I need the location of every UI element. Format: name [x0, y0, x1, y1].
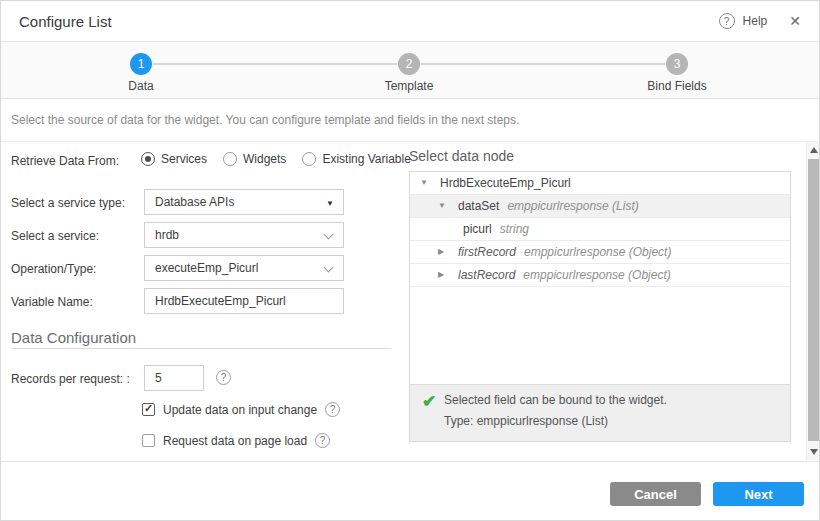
- tree-row-firstrecord[interactable]: ▶ firstRecord emppicurlresponse (Object): [410, 241, 790, 264]
- tree-node-type: string: [500, 218, 529, 240]
- scroll-down-icon[interactable]: [810, 449, 818, 455]
- select-data-node-title: Select data node: [409, 148, 514, 164]
- binding-message-panel: ✔ Selected field can be bound to the wid…: [410, 384, 790, 441]
- step-1-label: Data: [81, 79, 201, 93]
- tree-expand-icon[interactable]: ▼: [420, 172, 440, 194]
- tree-row-picurl[interactable]: picurl string: [410, 218, 790, 241]
- update-on-input-hint-icon[interactable]: ?: [325, 402, 340, 417]
- variable-name-label: Variable Name:: [11, 295, 93, 309]
- tree-row-root[interactable]: ▼ HrdbExecuteEmp_Picurl: [410, 172, 790, 195]
- step-2-label: Template: [349, 79, 469, 93]
- radio-widgets-control[interactable]: [223, 152, 237, 166]
- section-divider: [11, 348, 391, 349]
- service-value: hrdb: [155, 228, 179, 242]
- next-button[interactable]: Next: [713, 482, 804, 506]
- records-hint-icon[interactable]: ?: [216, 370, 231, 385]
- data-node-tree: ▼ HrdbExecuteEmp_Picurl ▼ dataSet emppic…: [409, 171, 791, 442]
- records-per-request-input[interactable]: [144, 365, 204, 391]
- variable-name-input[interactable]: [144, 288, 344, 314]
- step-3-label: Bind Fields: [617, 79, 737, 93]
- tree-expand-icon[interactable]: ▼: [438, 195, 458, 217]
- step-1-circle[interactable]: 1: [130, 53, 152, 75]
- radio-widgets[interactable]: Widgets: [223, 152, 286, 166]
- tree-row-dataset[interactable]: ▼ dataSet emppicurlresponse (List): [410, 195, 790, 218]
- step-connector-2: [421, 63, 665, 65]
- tree-node-name: HrdbExecuteEmp_Picurl: [440, 172, 571, 194]
- retrieve-data-from-radio-group: Services Widgets Existing Variable: [141, 152, 411, 166]
- tree-row-lastrecord[interactable]: ▶ lastRecord emppicurlresponse (Object): [410, 264, 790, 287]
- close-icon[interactable]: ✕: [789, 13, 801, 29]
- request-on-load-hint-icon[interactable]: ?: [315, 433, 330, 448]
- wizard-steps: 1 2 3 Data Template Bind Fields: [1, 42, 819, 99]
- vertical-scrollbar[interactable]: [806, 142, 820, 460]
- update-on-input-row: Update data on input change ?: [142, 402, 340, 417]
- binding-message-line2: Type: emppicurlresponse (List): [444, 414, 608, 428]
- cancel-button[interactable]: Cancel: [610, 482, 701, 506]
- service-type-select[interactable]: Database APIs ▼: [144, 189, 344, 215]
- step-connector-1: [153, 63, 397, 65]
- footer-divider: [1, 461, 819, 462]
- radio-services[interactable]: Services: [141, 152, 207, 166]
- operation-type-label: Operation/Type:: [11, 262, 96, 276]
- update-on-input-checkbox[interactable]: [142, 403, 155, 416]
- success-check-icon: ✔: [422, 391, 436, 412]
- request-on-load-label: Request data on page load: [163, 434, 307, 448]
- configure-list-dialog: Configure List ? Help ✕ 1 2 3 Data Templ…: [0, 0, 820, 521]
- data-configuration-title: Data Configuration: [11, 329, 136, 346]
- tree-collapse-icon[interactable]: ▶: [438, 264, 458, 286]
- request-on-load-checkbox[interactable]: [142, 434, 155, 447]
- tree-node-name: firstRecord: [458, 241, 516, 263]
- radio-services-control[interactable]: [141, 152, 155, 166]
- tree-empty-area: [410, 287, 790, 384]
- radio-services-label: Services: [161, 152, 207, 166]
- radio-existing-variable-control[interactable]: [302, 152, 316, 166]
- service-type-value: Database APIs: [155, 195, 234, 209]
- radio-existing-variable-label: Existing Variable: [322, 152, 411, 166]
- service-type-label: Select a service type:: [11, 196, 125, 210]
- caret-down-icon: ▼: [326, 199, 334, 208]
- dialog-title: Configure List: [19, 13, 112, 30]
- help-icon[interactable]: ?: [719, 13, 735, 29]
- header-actions: ? Help ✕: [719, 13, 801, 29]
- request-on-load-row: Request data on page load ?: [142, 433, 330, 448]
- dialog-header: Configure List ? Help ✕: [1, 1, 819, 42]
- radio-widgets-label: Widgets: [243, 152, 286, 166]
- scrollbar-thumb[interactable]: [808, 159, 819, 441]
- update-on-input-label: Update data on input change: [163, 403, 317, 417]
- retrieve-data-from-label: Retrieve Data From:: [11, 154, 119, 168]
- tree-node-type: emppicurlresponse (List): [507, 195, 638, 217]
- step-description: Select the source of data for the widget…: [1, 99, 819, 142]
- scroll-up-icon[interactable]: [810, 147, 818, 153]
- binding-message-line1: Selected field can be bound to the widge…: [444, 393, 667, 407]
- help-link[interactable]: Help: [743, 14, 768, 28]
- step-2-circle[interactable]: 2: [398, 53, 420, 75]
- service-select[interactable]: hrdb: [144, 222, 344, 248]
- tree-node-name: dataSet: [458, 195, 499, 217]
- chevron-down-icon: [324, 230, 334, 240]
- step-3-circle[interactable]: 3: [666, 53, 688, 75]
- records-per-request-label: Records per request: :: [11, 372, 130, 386]
- tree-node-type: emppicurlresponse (Object): [524, 241, 671, 263]
- chevron-down-icon: [324, 263, 334, 273]
- tree-node-name: picurl: [463, 218, 492, 240]
- tree-node-type: emppicurlresponse (Object): [523, 264, 670, 286]
- operation-type-value: executeEmp_Picurl: [155, 261, 258, 275]
- tree-collapse-icon[interactable]: ▶: [438, 241, 458, 263]
- service-label: Select a service:: [11, 229, 99, 243]
- tree-node-name: lastRecord: [458, 264, 515, 286]
- radio-existing-variable[interactable]: Existing Variable: [302, 152, 411, 166]
- operation-type-select[interactable]: executeEmp_Picurl: [144, 255, 344, 281]
